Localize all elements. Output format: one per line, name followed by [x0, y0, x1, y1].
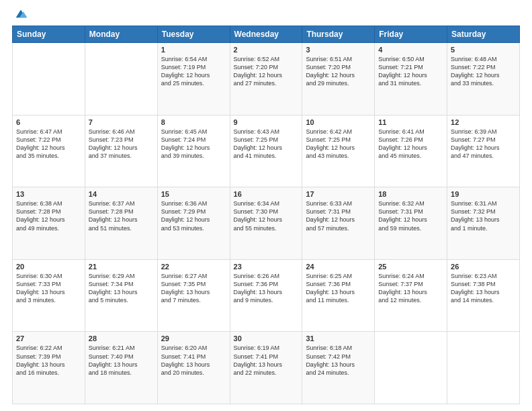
day-number: 9 [234, 118, 299, 126]
cell-content: Sunrise: 6:38 AM Sunset: 7:28 PM Dayligh… [16, 199, 81, 232]
calendar-cell: 19Sunrise: 6:31 AM Sunset: 7:32 PM Dayli… [447, 187, 520, 260]
cell-content: Sunrise: 6:21 AM Sunset: 7:40 PM Dayligh… [89, 344, 154, 377]
day-number: 30 [234, 334, 299, 342]
cell-content: Sunrise: 6:50 AM Sunset: 7:21 PM Dayligh… [378, 55, 443, 88]
day-number: 22 [161, 263, 226, 271]
cell-content: Sunrise: 6:23 AM Sunset: 7:38 PM Dayligh… [451, 272, 516, 305]
day-number: 13 [16, 190, 81, 198]
day-number: 15 [161, 190, 226, 198]
calendar-cell: 23Sunrise: 6:26 AM Sunset: 7:36 PM Dayli… [230, 259, 302, 332]
cell-content: Sunrise: 6:45 AM Sunset: 7:24 PM Dayligh… [161, 128, 226, 161]
cell-content: Sunrise: 6:31 AM Sunset: 7:32 PM Dayligh… [451, 199, 516, 232]
day-number: 21 [89, 263, 154, 271]
day-header-tuesday: Tuesday [157, 26, 230, 43]
day-number: 31 [306, 334, 371, 342]
calendar-cell [447, 332, 520, 404]
cell-content: Sunrise: 6:41 AM Sunset: 7:26 PM Dayligh… [378, 128, 443, 161]
calendar-table: SundayMondayTuesdayWednesdayThursdayFrid… [12, 26, 520, 404]
cell-content: Sunrise: 6:20 AM Sunset: 7:41 PM Dayligh… [161, 344, 226, 377]
day-number: 26 [451, 263, 516, 271]
calendar-cell: 22Sunrise: 6:27 AM Sunset: 7:35 PM Dayli… [157, 259, 230, 332]
cell-content: Sunrise: 6:30 AM Sunset: 7:33 PM Dayligh… [16, 272, 81, 305]
calendar-cell: 31Sunrise: 6:18 AM Sunset: 7:42 PM Dayli… [302, 332, 375, 404]
calendar-week-2: 13Sunrise: 6:38 AM Sunset: 7:28 PM Dayli… [13, 187, 520, 260]
calendar-week-1: 6Sunrise: 6:47 AM Sunset: 7:22 PM Daylig… [13, 115, 520, 187]
calendar-cell: 5Sunrise: 6:48 AM Sunset: 7:22 PM Daylig… [447, 43, 520, 116]
day-number: 17 [306, 190, 371, 198]
cell-content: Sunrise: 6:27 AM Sunset: 7:35 PM Dayligh… [161, 272, 226, 305]
calendar-cell: 14Sunrise: 6:37 AM Sunset: 7:28 PM Dayli… [85, 187, 157, 260]
day-header-monday: Monday [85, 26, 157, 43]
calendar-cell: 20Sunrise: 6:30 AM Sunset: 7:33 PM Dayli… [13, 259, 85, 332]
day-number: 10 [306, 118, 371, 126]
calendar-week-0: 1Sunrise: 6:54 AM Sunset: 7:19 PM Daylig… [13, 43, 520, 116]
calendar-cell: 11Sunrise: 6:41 AM Sunset: 7:26 PM Dayli… [375, 115, 447, 187]
calendar-cell: 17Sunrise: 6:33 AM Sunset: 7:31 PM Dayli… [302, 187, 375, 260]
day-number: 23 [234, 263, 299, 271]
calendar-cell: 13Sunrise: 6:38 AM Sunset: 7:28 PM Dayli… [13, 187, 85, 260]
calendar-cell: 25Sunrise: 6:24 AM Sunset: 7:37 PM Dayli… [375, 259, 447, 332]
day-number: 14 [89, 190, 154, 198]
calendar-cell: 28Sunrise: 6:21 AM Sunset: 7:40 PM Dayli… [85, 332, 157, 404]
cell-content: Sunrise: 6:34 AM Sunset: 7:30 PM Dayligh… [234, 199, 299, 232]
day-number: 27 [16, 334, 81, 342]
day-number: 3 [306, 46, 371, 54]
cell-content: Sunrise: 6:29 AM Sunset: 7:34 PM Dayligh… [89, 272, 154, 305]
cell-content: Sunrise: 6:25 AM Sunset: 7:36 PM Dayligh… [306, 272, 371, 305]
day-header-sunday: Sunday [13, 26, 85, 43]
day-number: 12 [451, 118, 516, 126]
cell-content: Sunrise: 6:37 AM Sunset: 7:28 PM Dayligh… [89, 199, 154, 232]
calendar-week-4: 27Sunrise: 6:22 AM Sunset: 7:39 PM Dayli… [13, 332, 520, 404]
day-number: 5 [451, 46, 516, 54]
calendar-cell: 29Sunrise: 6:20 AM Sunset: 7:41 PM Dayli… [157, 332, 230, 404]
calendar-cell: 9Sunrise: 6:43 AM Sunset: 7:25 PM Daylig… [230, 115, 302, 187]
day-number: 11 [378, 118, 443, 126]
calendar-cell: 21Sunrise: 6:29 AM Sunset: 7:34 PM Dayli… [85, 259, 157, 332]
day-number: 20 [16, 263, 81, 271]
day-number: 16 [234, 190, 299, 198]
calendar-cell: 16Sunrise: 6:34 AM Sunset: 7:30 PM Dayli… [230, 187, 302, 260]
day-header-wednesday: Wednesday [230, 26, 302, 43]
day-number: 24 [306, 263, 371, 271]
cell-content: Sunrise: 6:54 AM Sunset: 7:19 PM Dayligh… [161, 55, 226, 88]
cell-content: Sunrise: 6:43 AM Sunset: 7:25 PM Dayligh… [234, 128, 299, 161]
calendar-cell: 26Sunrise: 6:23 AM Sunset: 7:38 PM Dayli… [447, 259, 520, 332]
calendar-header-row: SundayMondayTuesdayWednesdayThursdayFrid… [13, 26, 520, 43]
calendar-cell: 15Sunrise: 6:36 AM Sunset: 7:29 PM Dayli… [157, 187, 230, 260]
calendar-cell: 1Sunrise: 6:54 AM Sunset: 7:19 PM Daylig… [157, 43, 230, 116]
logo-text [12, 7, 28, 21]
calendar-cell: 27Sunrise: 6:22 AM Sunset: 7:39 PM Dayli… [13, 332, 85, 404]
cell-content: Sunrise: 6:32 AM Sunset: 7:31 PM Dayligh… [378, 199, 443, 232]
calendar-cell: 4Sunrise: 6:50 AM Sunset: 7:21 PM Daylig… [375, 43, 447, 116]
day-number: 2 [234, 46, 299, 54]
cell-content: Sunrise: 6:46 AM Sunset: 7:23 PM Dayligh… [89, 128, 154, 161]
calendar-cell [85, 43, 157, 116]
day-number: 25 [378, 263, 443, 271]
cell-content: Sunrise: 6:24 AM Sunset: 7:37 PM Dayligh… [378, 272, 443, 305]
day-number: 4 [378, 46, 443, 54]
cell-content: Sunrise: 6:26 AM Sunset: 7:36 PM Dayligh… [234, 272, 299, 305]
calendar-cell: 30Sunrise: 6:19 AM Sunset: 7:41 PM Dayli… [230, 332, 302, 404]
day-number: 7 [89, 118, 154, 126]
calendar-cell: 8Sunrise: 6:45 AM Sunset: 7:24 PM Daylig… [157, 115, 230, 187]
page: SundayMondayTuesdayWednesdayThursdayFrid… [0, 0, 532, 411]
day-header-saturday: Saturday [447, 26, 520, 43]
logo [12, 7, 28, 21]
calendar-cell [375, 332, 447, 404]
cell-content: Sunrise: 6:36 AM Sunset: 7:29 PM Dayligh… [161, 199, 226, 232]
logo-icon [13, 7, 28, 21]
cell-content: Sunrise: 6:18 AM Sunset: 7:42 PM Dayligh… [306, 344, 371, 377]
calendar-cell: 6Sunrise: 6:47 AM Sunset: 7:22 PM Daylig… [13, 115, 85, 187]
calendar-cell: 10Sunrise: 6:42 AM Sunset: 7:25 PM Dayli… [302, 115, 375, 187]
cell-content: Sunrise: 6:22 AM Sunset: 7:39 PM Dayligh… [16, 344, 81, 377]
calendar-cell: 7Sunrise: 6:46 AM Sunset: 7:23 PM Daylig… [85, 115, 157, 187]
cell-content: Sunrise: 6:19 AM Sunset: 7:41 PM Dayligh… [234, 344, 299, 377]
calendar-cell: 18Sunrise: 6:32 AM Sunset: 7:31 PM Dayli… [375, 187, 447, 260]
calendar-week-3: 20Sunrise: 6:30 AM Sunset: 7:33 PM Dayli… [13, 259, 520, 332]
calendar-cell: 24Sunrise: 6:25 AM Sunset: 7:36 PM Dayli… [302, 259, 375, 332]
cell-content: Sunrise: 6:48 AM Sunset: 7:22 PM Dayligh… [451, 55, 516, 88]
cell-content: Sunrise: 6:42 AM Sunset: 7:25 PM Dayligh… [306, 128, 371, 161]
day-number: 18 [378, 190, 443, 198]
cell-content: Sunrise: 6:39 AM Sunset: 7:27 PM Dayligh… [451, 128, 516, 161]
day-header-friday: Friday [375, 26, 447, 43]
